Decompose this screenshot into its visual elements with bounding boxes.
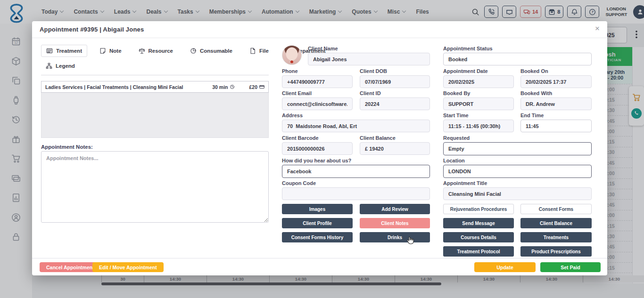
hear-about-us-select[interactable] <box>282 165 430 178</box>
field-booked-on: Booked On <box>520 68 592 88</box>
update-button[interactable]: Update <box>474 262 536 272</box>
tabs-divider <box>41 75 269 75</box>
field-appointment-status: Appointment Status <box>443 46 592 65</box>
tab-treatment[interactable]: Treatment <box>41 45 87 57</box>
field-phone: Phone <box>282 68 353 88</box>
field-requested: Requested <box>443 135 592 155</box>
send-message-button[interactable]: Send Message <box>443 218 514 228</box>
modal-tabs-row2: Legend <box>41 60 80 72</box>
card-icon <box>259 84 264 89</box>
tab-note[interactable]: Note <box>95 45 126 56</box>
appointment-title-input[interactable] <box>443 187 592 200</box>
client-id-input[interactable] <box>360 97 430 110</box>
end-time-input[interactable] <box>520 120 592 132</box>
field-client-barcode: Client Barcode <box>282 135 353 155</box>
treatment-list-empty-area <box>41 93 269 138</box>
edit-move-appointment-button[interactable]: Edit / Move Appointment <box>92 262 164 272</box>
client-barcode-input[interactable] <box>282 142 353 155</box>
product-prescriptions-button[interactable]: Product Prescriptions <box>520 246 592 257</box>
coupon-code-input[interactable] <box>282 187 430 200</box>
client-email-input[interactable] <box>282 97 353 110</box>
appointment-date-input[interactable] <box>443 75 514 88</box>
modal-header: Appointment #9395 | Abigail Jones <box>32 21 607 38</box>
client-notes-button[interactable]: Client Notes <box>360 218 430 228</box>
consent-forms-button[interactable]: Consent Forms <box>520 204 592 214</box>
treatment-row[interactable]: Ladies Services | Facial Treatments | Cl… <box>41 81 269 93</box>
courses-details-button[interactable]: Courses Details <box>443 232 514 242</box>
treatment-list: Ladies Services | Facial Treatments | Cl… <box>41 81 269 138</box>
appointment-buttons-grid: Rejuvenation ProceduresConsent FormsSend… <box>443 204 592 257</box>
consumable-icon <box>190 48 197 54</box>
client-avatar[interactable] <box>282 45 302 65</box>
set-paid-button[interactable]: Set Paid <box>540 262 601 272</box>
address-input[interactable] <box>282 120 430 132</box>
appointment-notes-label: Appointment Notes: <box>41 144 93 150</box>
treatment-icon <box>46 48 53 54</box>
close-icon[interactable]: × <box>595 24 600 32</box>
field-appointment-date: Appointment Date <box>443 68 514 88</box>
booked-on-input[interactable] <box>520 75 592 88</box>
requested-select[interactable] <box>443 142 592 155</box>
phone-input[interactable] <box>282 75 353 88</box>
appointment-notes-textarea[interactable] <box>41 151 269 223</box>
legend-icon <box>46 63 52 69</box>
treatment-duration: 30 min <box>212 84 235 90</box>
treatment-protocol-button[interactable]: Treatment Protocol <box>443 246 514 257</box>
images-button[interactable]: Images <box>282 204 353 214</box>
treatment-name: Ladies Services | Facial Treatments | Cl… <box>45 84 212 90</box>
field-booked-by: Booked By <box>443 90 514 110</box>
client-buttons-grid: ImagesAdd ReviewClient ProfileClient Not… <box>282 204 430 242</box>
appointment-modal: Appointment #9395 | Abigail Jones × Trea… <box>32 21 607 275</box>
field-start-time: Start Time <box>443 113 514 132</box>
start-time-input[interactable] <box>443 120 514 132</box>
client-balance-input[interactable] <box>360 142 430 155</box>
file-icon <box>249 48 256 54</box>
field-client-dob: Client DOB <box>360 68 430 88</box>
tab-consumable[interactable]: Consumable <box>185 45 237 56</box>
booked-with-input[interactable] <box>520 97 592 110</box>
field-coupon-code: Coupon Code <box>282 180 430 200</box>
field-address: Address <box>282 113 430 132</box>
location-select[interactable] <box>443 165 592 178</box>
tab-file[interactable]: File <box>245 45 273 56</box>
drinks-button[interactable]: Drinks <box>360 232 430 242</box>
treatment-price: £20 <box>249 84 264 90</box>
booked-by-input[interactable] <box>443 97 514 110</box>
field-client-id: Client ID <box>360 90 430 110</box>
treatments-button[interactable]: Treatments <box>520 232 592 242</box>
consent-forms-history-button[interactable]: Consent Forms History <box>282 232 353 242</box>
client-profile-button[interactable]: Client Profile <box>282 218 353 228</box>
add-review-button[interactable]: Add Review <box>360 204 430 214</box>
tab-legend[interactable]: Legend <box>41 60 80 72</box>
clock-icon <box>230 84 235 89</box>
resource-icon <box>139 48 145 54</box>
client-dob-input[interactable] <box>360 75 430 88</box>
rejuvenation-procedures-button[interactable]: Rejuvenation Procedures <box>443 204 514 214</box>
field-hear-about-us: How did you hear about us? <box>282 158 430 178</box>
tab-resource[interactable]: Resource <box>134 45 178 56</box>
modal-title: Appointment #9395 | Abigail Jones <box>40 26 144 33</box>
appointment-status-input[interactable] <box>443 53 592 65</box>
note-icon <box>99 48 106 54</box>
field-location: Location <box>443 158 592 178</box>
field-appointment-title: Appointment Title <box>443 180 592 200</box>
footer-divider <box>32 258 607 258</box>
field-client-email: Client Email <box>282 90 353 110</box>
client-balance-button[interactable]: Client Balance <box>520 218 592 228</box>
field-end-time: End Time <box>520 113 592 132</box>
field-client-balance: Client Balance <box>360 135 430 155</box>
field-booked-with: Booked With <box>520 90 592 110</box>
client-name-input[interactable] <box>308 53 430 65</box>
field-client-name: Client Name <box>308 46 430 65</box>
cancel-appointment-button[interactable]: Cancel Appointment <box>40 262 101 272</box>
